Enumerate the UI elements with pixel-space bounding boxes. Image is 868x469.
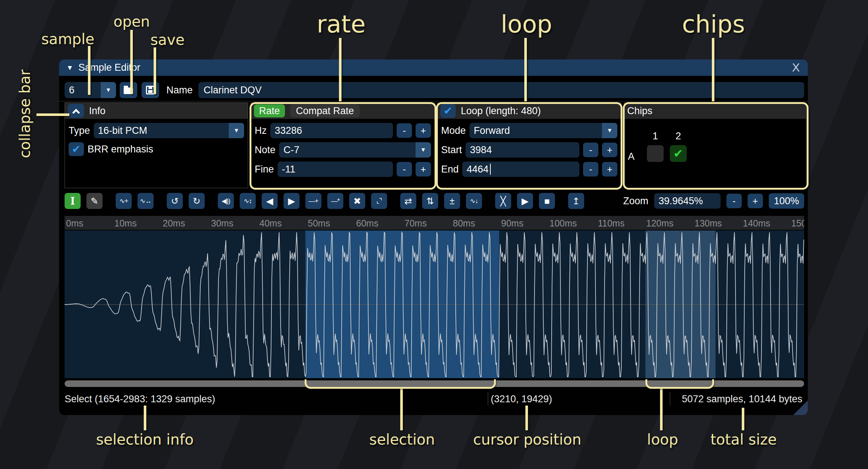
chevron-down-icon[interactable]: ▼ (101, 82, 116, 98)
zoom-value: 39.9645% (659, 195, 703, 207)
annotation-total-size-label: total size (689, 431, 798, 448)
zoom-reset-button[interactable]: 100% (769, 193, 804, 209)
loop-start-decrement-button[interactable]: - (583, 143, 598, 157)
waveform-canvas[interactable] (65, 230, 804, 378)
ruler-tick-label: 50ms (308, 218, 330, 229)
fade-out-button[interactable]: ▶ (283, 193, 300, 209)
ruler-tick-label: 140ms (743, 218, 770, 229)
tab-rate[interactable]: Rate (254, 104, 285, 117)
normalize-button[interactable]: ∿↕ (240, 193, 256, 209)
sample-name-input[interactable]: Clarinet DQV (198, 82, 804, 98)
fine-label: Fine (255, 164, 274, 175)
note-value: C-7 (279, 142, 416, 158)
annotation-save-label: save (144, 31, 190, 48)
fine-value: -11 (282, 164, 296, 175)
invert-button[interactable]: ⇅ (422, 193, 438, 209)
waveform-view[interactable] (65, 230, 804, 378)
info-panel: Info Type 16-bit PCM ▼ ✔ BRR emphasis (65, 102, 248, 188)
reverse-button[interactable]: ⇄ (400, 193, 416, 209)
chip-1-checkbox[interactable] (647, 145, 664, 162)
open-sample-button[interactable] (120, 82, 137, 98)
page-background: ▼ Sample Editor X 6 ▼ Name Clarinet DQV (0, 0, 868, 469)
close-button[interactable]: X (792, 61, 800, 74)
window-titlebar[interactable]: ▼ Sample Editor X (59, 59, 808, 76)
chip-2-checkbox[interactable]: ✔ (670, 145, 687, 162)
tab-compat-rate[interactable]: Compat Rate (290, 104, 360, 117)
note-select[interactable]: C-7 ▼ (279, 142, 431, 158)
window-title: Sample Editor (78, 62, 140, 73)
check-icon: ✔ (72, 143, 81, 155)
loop-end-decrement-button[interactable]: - (583, 162, 598, 177)
resize-button[interactable]: ∿+ (116, 193, 132, 209)
filter-button[interactable]: ∿↓ (466, 193, 482, 209)
redo-button[interactable]: ↻ (189, 193, 205, 209)
chips-panel-title: Chips (627, 105, 652, 117)
name-label: Name (166, 85, 193, 96)
apply-silence-button[interactable]: —* (327, 193, 343, 209)
sample-editor-window: ▼ Sample Editor X 6 ▼ Name Clarinet DQV (59, 59, 808, 415)
insert-silence-button[interactable]: —+ (305, 193, 321, 209)
resize-grip[interactable] (793, 400, 808, 415)
annotation-loop-bottom-label: loop (635, 431, 690, 448)
ruler-tick-label: 130ms (695, 218, 722, 229)
preview-button[interactable]: ▶ (517, 193, 533, 209)
annotation-rate-label: rate (310, 10, 372, 38)
loop-end-label: End (441, 164, 459, 175)
loop-end-increment-button[interactable]: + (602, 162, 617, 177)
annotation-sample-label: sample (31, 31, 104, 47)
loop-start-label: Start (441, 144, 462, 156)
annotation-chips-label: chips (674, 10, 753, 38)
fine-increment-button[interactable]: + (416, 162, 431, 177)
zoom-in-button[interactable]: + (748, 194, 763, 208)
annotation-loop-label: loop (495, 10, 558, 38)
fade-in-button[interactable]: ◀ (262, 193, 278, 209)
hz-input[interactable]: 33286 (270, 123, 393, 138)
ruler-tick-label: 100ms (549, 218, 577, 229)
fine-decrement-button[interactable]: - (397, 162, 412, 177)
create-instrument-button[interactable]: ↥ (568, 193, 584, 209)
trim-button[interactable]: ⌞⌝ (371, 193, 387, 209)
collapse-panel-button[interactable] (68, 104, 84, 118)
loop-mode-select[interactable]: Forward ▼ (470, 123, 617, 138)
chip-row-a-label: A (628, 151, 634, 162)
hz-increment-button[interactable]: + (416, 123, 431, 138)
signed-unsigned-button[interactable]: ± (444, 193, 460, 209)
loop-start-increment-button[interactable]: + (602, 143, 617, 157)
loop-end-input[interactable]: 4464 (462, 162, 579, 177)
fine-input[interactable]: -11 (278, 162, 393, 177)
delete-button[interactable]: ✖ (349, 193, 365, 209)
hz-label: Hz (255, 125, 267, 136)
edit-mode-draw-button[interactable]: ✎ (86, 193, 103, 209)
type-label: Type (69, 125, 90, 136)
horizontal-scrollbar[interactable] (65, 380, 804, 387)
floppy-disk-icon (146, 86, 155, 94)
sample-type-select[interactable]: 16-bit PCM ▼ (94, 123, 244, 138)
undo-button[interactable]: ↺ (167, 193, 183, 209)
text-cursor (490, 164, 491, 175)
resample-button[interactable]: ∿↔ (138, 193, 154, 209)
info-panel-title: Info (89, 105, 105, 117)
ruler-tick-label: 0ms (66, 218, 83, 229)
crossfade-button[interactable]: ╳ (495, 193, 511, 209)
edit-mode-select-button[interactable]: I (65, 193, 81, 209)
chips-panel: Chips 1 2 A ✔ (624, 102, 806, 188)
brr-emphasis-checkbox[interactable]: ✔ (69, 142, 84, 156)
ruler-tick-label: 120ms (646, 218, 674, 229)
note-label: Note (255, 144, 275, 156)
chevron-down-icon: ▼ (602, 123, 617, 138)
loop-enable-checkbox[interactable]: ✔ (440, 104, 456, 118)
folder-icon (124, 88, 133, 94)
status-separator (670, 392, 670, 405)
amplify-button[interactable]: ◀)) (218, 193, 234, 209)
total-size-text: 5072 samples, 10144 bytes (682, 394, 802, 405)
loop-start-input[interactable]: 3984 (466, 142, 579, 158)
window-collapse-icon[interactable]: ▼ (66, 64, 73, 72)
hz-decrement-button[interactable]: - (397, 123, 412, 138)
zoom-out-button[interactable]: - (726, 194, 742, 208)
time-ruler[interactable]: 0ms10ms20ms30ms40ms50ms60ms70ms80ms90ms1… (65, 216, 804, 230)
sample-number-combo[interactable]: 6 ▼ (65, 82, 116, 98)
save-sample-button[interactable] (142, 82, 159, 98)
zoom-label: Zoom (623, 195, 648, 207)
zoom-value-input[interactable]: 39.9645% (654, 193, 721, 209)
stop-preview-button[interactable]: ■ (539, 193, 555, 209)
